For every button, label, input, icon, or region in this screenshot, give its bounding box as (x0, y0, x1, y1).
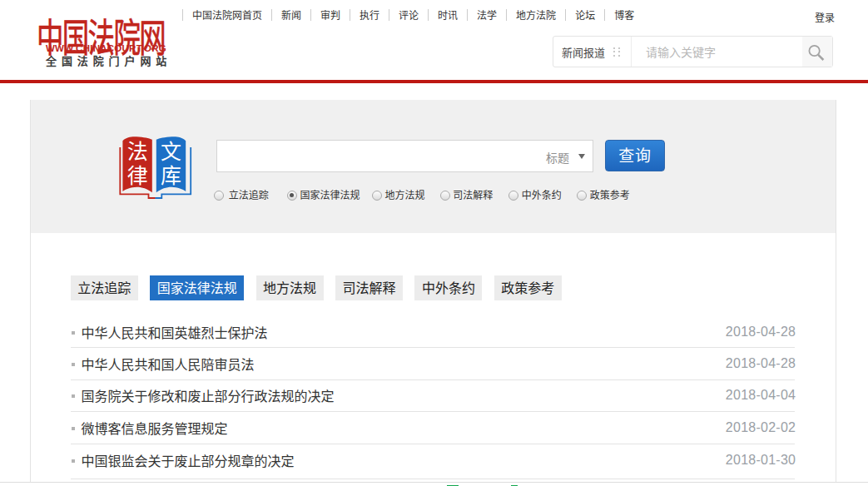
svg-text:法: 法 (126, 140, 147, 163)
svg-text:库: 库 (160, 164, 181, 187)
svg-text:律: 律 (126, 164, 147, 187)
svg-text:文: 文 (160, 140, 181, 163)
